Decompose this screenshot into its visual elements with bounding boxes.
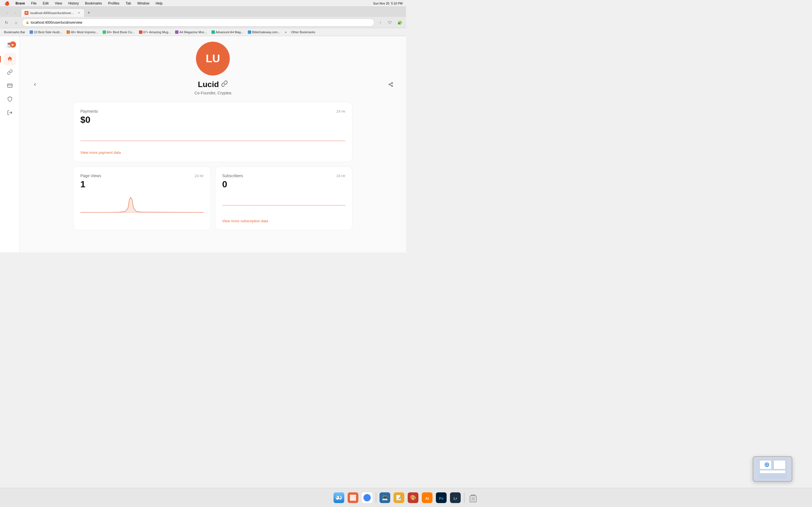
home-icon	[7, 56, 13, 63]
bookmark-favicon	[211, 31, 215, 34]
svg-point-3	[391, 82, 393, 84]
subscribers-title: Subscribers	[222, 173, 243, 178]
avatar: LU	[196, 42, 230, 75]
bookmark-more-label: »	[285, 31, 287, 34]
back-button[interactable]	[31, 80, 39, 89]
tab-close-button[interactable]: ✕	[77, 11, 81, 15]
menu-edit[interactable]: Edit	[42, 1, 50, 6]
menu-help[interactable]: Help	[154, 1, 164, 6]
bookmarks-bar: Bookmarks Bar 10 Best Side Hustl... 40+ …	[0, 28, 406, 36]
extensions-button[interactable]: 🧩	[396, 19, 403, 26]
subscribers-chart	[222, 194, 345, 217]
payments-card-header: Payments 24 Hr	[80, 109, 345, 114]
svg-rect-0	[7, 84, 12, 87]
view-more-subscription-link[interactable]: View more subscription data	[222, 219, 345, 223]
sidebar-expand-button[interactable]: ▶	[10, 41, 16, 48]
bookmark-text: 40+ Most Impress...	[71, 31, 98, 34]
share-button[interactable]	[387, 80, 395, 89]
profile-link-icon	[221, 80, 228, 89]
bookmark-text: 10 Best Side Hustl...	[34, 31, 62, 34]
bookmark-3[interactable]: 60+ Best Book Co...	[101, 30, 136, 34]
menu-bar-right: Sun Nov 20 5:10 PM	[373, 2, 403, 5]
subscribers-header: Subscribers 24 Hr	[222, 173, 345, 178]
menu-window[interactable]: Window	[136, 1, 151, 6]
bookmark-4[interactable]: 67+ Amazing Mug...	[137, 30, 172, 34]
address-bar-row: ↻ ⌂ 🔒 localhost:4000/user/lucid/overview…	[0, 17, 406, 28]
card-icon	[7, 83, 13, 90]
bookmark-more[interactable]: »	[283, 30, 288, 34]
profile-name: Lucid	[198, 80, 228, 89]
menu-tab[interactable]: Tab	[124, 1, 132, 6]
bookmark-6[interactable]: Advanced A4 Mag...	[210, 30, 245, 34]
main-layout: ☕ ▶	[0, 36, 406, 252]
reload-button[interactable]: ↻	[3, 19, 10, 26]
bookmark-text: Advanced A4 Mag...	[216, 31, 243, 34]
bookmark-other[interactable]: Other Bookmarks	[289, 30, 317, 34]
home-button[interactable]: ⌂	[12, 19, 20, 26]
bookmark-bookmarks-bar[interactable]: Bookmarks Bar	[2, 30, 27, 34]
address-bar[interactable]: 🔒 localhost:4000/user/lucid/overview	[22, 18, 374, 26]
menu-bar-left: 🍎 Brave File Edit View History Bookmarks…	[3, 1, 163, 6]
profile-section: LU Lucid	[31, 42, 395, 95]
menu-file[interactable]: File	[30, 1, 38, 6]
payments-chart	[80, 129, 345, 147]
bookmark-7[interactable]: BibleGateway.com...	[246, 30, 282, 34]
bookmark-text: 60+ Best Book Co...	[107, 31, 135, 34]
page-views-chart	[80, 194, 204, 217]
link-nav-icon	[7, 69, 13, 76]
shield-nav-icon	[7, 96, 13, 103]
lock-icon: 🔒	[26, 21, 29, 24]
logout-icon	[7, 110, 13, 117]
subscribers-card: Subscribers 24 Hr 0 View more subscripti…	[215, 166, 352, 230]
bookmark-other-label: Other Bookmarks	[291, 31, 315, 34]
page-views-card: Page Views 24 Hr 1	[73, 166, 211, 230]
menu-date-time: Sun Nov 20 5:10 PM	[373, 2, 403, 5]
nav-back-button[interactable]: ‹	[3, 9, 11, 16]
share-browser-button[interactable]: ↑	[377, 19, 384, 26]
bookmark-favicon	[30, 31, 33, 34]
expand-icon: ▶	[12, 43, 14, 46]
bookmark-favicon	[248, 31, 251, 34]
bookmark-label: Bookmarks Bar	[4, 31, 25, 34]
nav-forward-button[interactable]: ›	[12, 9, 19, 16]
payments-value: $0	[80, 115, 345, 125]
bookmark-favicon	[66, 31, 70, 34]
menu-history[interactable]: History	[67, 1, 80, 6]
bookmark-1[interactable]: 10 Best Side Hustl...	[28, 30, 64, 34]
cards-row: Page Views 24 Hr 1 Subscribers 24 Hr	[73, 166, 352, 230]
bookmark-5[interactable]: A4 Magazine Moc...	[173, 30, 208, 34]
bookmark-text: 67+ Amazing Mug...	[143, 31, 171, 34]
sidebar-item-link[interactable]	[4, 66, 16, 79]
sidebar-logo: ☕ ▶	[5, 40, 15, 50]
menu-bookmarks[interactable]: Bookmarks	[84, 1, 103, 6]
page-views-header: Page Views 24 Hr	[80, 173, 204, 178]
new-tab-button[interactable]: +	[85, 9, 93, 16]
svg-line-7	[390, 83, 391, 84]
page-views-period: 24 Hr	[195, 174, 204, 178]
sidebar-item-card[interactable]	[4, 80, 16, 93]
mac-menu-bar: 🍎 Brave File Edit View History Bookmarks…	[0, 0, 406, 7]
sidebar-item-logout[interactable]	[4, 107, 16, 119]
address-text: localhost:4000/user/lucid/overview	[31, 20, 371, 24]
svg-line-6	[390, 85, 391, 86]
svg-point-4	[389, 84, 390, 86]
page-views-title: Page Views	[80, 173, 101, 178]
sidebar-item-shield[interactable]	[4, 94, 16, 106]
profile-title: Co-Founder, Cryptea	[195, 91, 232, 95]
shield-button[interactable]: 🛡	[386, 19, 394, 26]
tab-bar: ‹ › B localhost:4000/user/lucid/overview…	[0, 7, 406, 17]
payments-title: Payments	[80, 109, 98, 114]
svg-point-5	[391, 86, 393, 87]
bookmark-favicon	[103, 31, 106, 34]
bookmark-2[interactable]: 40+ Most Impress...	[65, 30, 100, 34]
subscribers-period: 24 Hr	[336, 174, 345, 178]
menu-profiles[interactable]: Profiles	[107, 1, 121, 6]
menu-view[interactable]: View	[54, 1, 63, 6]
view-more-payment-link[interactable]: View more payment data	[80, 151, 121, 155]
bookmark-favicon	[175, 31, 179, 34]
app-menu-brave[interactable]: Brave	[14, 1, 26, 6]
page-views-value: 1	[80, 179, 204, 189]
browser-tab-active[interactable]: B localhost:4000/user/lucid/overview ✕	[21, 8, 85, 17]
apple-menu[interactable]: 🍎	[3, 1, 10, 6]
sidebar-item-home[interactable]	[4, 53, 16, 65]
